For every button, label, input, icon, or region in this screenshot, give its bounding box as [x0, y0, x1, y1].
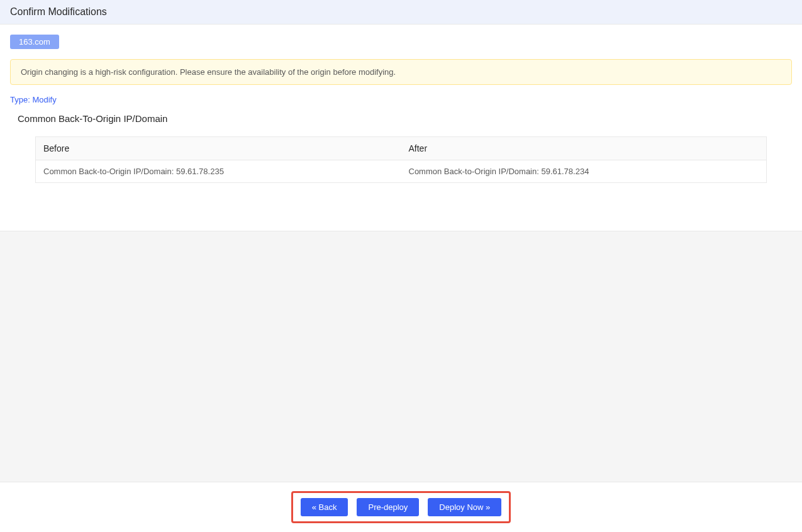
- panel-header: Confirm Modifications: [0, 0, 802, 25]
- column-header-after: After: [401, 137, 767, 160]
- comparison-table: Before After Common Back-to-Origin IP/Do…: [35, 136, 767, 183]
- domain-tab-label: 163.com: [19, 37, 50, 47]
- section-title: Common Back-To-Origin IP/Domain: [10, 113, 792, 124]
- domain-tab[interactable]: 163.com: [10, 35, 59, 49]
- cell-before: Common Back-to-Origin IP/Domain: 59.61.7…: [36, 160, 401, 183]
- panel-content: 163.com Origin changing is a high-risk c…: [0, 25, 802, 231]
- table-header-row: Before After: [36, 137, 767, 160]
- main-panel: Confirm Modifications 163.com Origin cha…: [0, 0, 802, 231]
- column-header-before: Before: [36, 137, 401, 160]
- table-row: Common Back-to-Origin IP/Domain: 59.61.7…: [36, 160, 767, 183]
- warning-text: Origin changing is a high-risk configura…: [21, 67, 396, 77]
- modification-type: Type: Modify: [10, 95, 792, 104]
- warning-alert: Origin changing is a high-risk configura…: [10, 59, 792, 85]
- cell-after: Common Back-to-Origin IP/Domain: 59.61.7…: [401, 160, 767, 183]
- page-title: Confirm Modifications: [10, 6, 792, 18]
